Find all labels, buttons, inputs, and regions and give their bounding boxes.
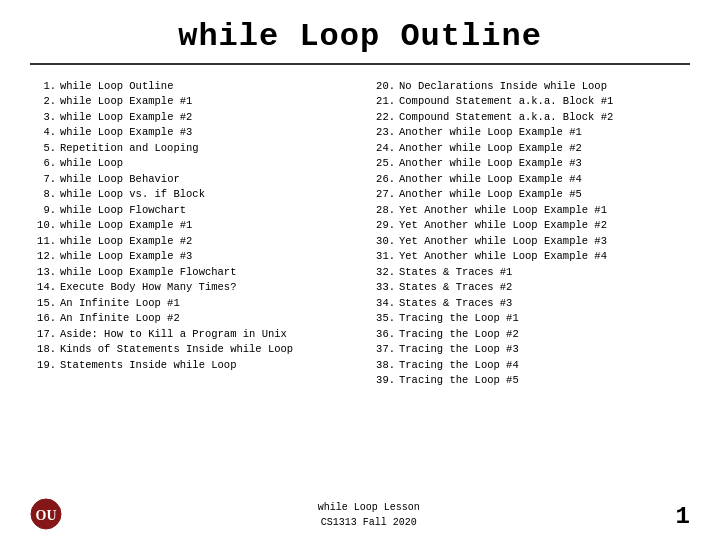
item-num: 27. <box>369 187 395 201</box>
item-num: 23. <box>369 125 395 139</box>
list-item: 18.Kinds of Statements Inside while Loop <box>30 342 351 356</box>
item-label: while Loop Example #3 <box>60 125 351 139</box>
list-item: 19.Statements Inside while Loop <box>30 358 351 372</box>
content-area: 1.while Loop Outline2.while Loop Example… <box>30 79 690 389</box>
svg-text:OU: OU <box>36 508 57 523</box>
item-num: 26. <box>369 172 395 186</box>
item-label: Yet Another while Loop Example #4 <box>399 249 690 263</box>
list-item: 1.while Loop Outline <box>30 79 351 93</box>
list-item: 14.Execute Body How Many Times? <box>30 280 351 294</box>
item-label: An Infinite Loop #1 <box>60 296 351 310</box>
item-label: Execute Body How Many Times? <box>60 280 351 294</box>
list-item: 33.States & Traces #2 <box>369 280 690 294</box>
item-label: Tracing the Loop #1 <box>399 311 690 325</box>
list-item: 39.Tracing the Loop #5 <box>369 373 690 387</box>
item-label: Compound Statement a.k.a. Block #2 <box>399 110 690 124</box>
item-num: 6. <box>30 156 56 170</box>
item-num: 28. <box>369 203 395 217</box>
item-label: No Declarations Inside while Loop <box>399 79 690 93</box>
item-num: 11. <box>30 234 56 248</box>
list-item: 35.Tracing the Loop #1 <box>369 311 690 325</box>
list-item: 37.Tracing the Loop #3 <box>369 342 690 356</box>
item-label: An Infinite Loop #2 <box>60 311 351 325</box>
item-num: 36. <box>369 327 395 341</box>
list-item: 29.Yet Another while Loop Example #2 <box>369 218 690 232</box>
list-item: 4.while Loop Example #3 <box>30 125 351 139</box>
ou-logo: OU <box>30 498 62 530</box>
item-label: Tracing the Loop #5 <box>399 373 690 387</box>
item-num: 29. <box>369 218 395 232</box>
item-label: while Loop Example #3 <box>60 249 351 263</box>
item-num: 33. <box>369 280 395 294</box>
item-label: while Loop Example Flowchart <box>60 265 351 279</box>
item-label: while Loop vs. if Block <box>60 187 351 201</box>
item-num: 22. <box>369 110 395 124</box>
list-item: 25.Another while Loop Example #3 <box>369 156 690 170</box>
list-item: 2.while Loop Example #1 <box>30 94 351 108</box>
item-num: 7. <box>30 172 56 186</box>
item-num: 35. <box>369 311 395 325</box>
item-num: 39. <box>369 373 395 387</box>
item-num: 5. <box>30 141 56 155</box>
list-item: 22.Compound Statement a.k.a. Block #2 <box>369 110 690 124</box>
page-number: 1 <box>676 503 690 530</box>
item-num: 37. <box>369 342 395 356</box>
item-num: 30. <box>369 234 395 248</box>
list-item: 27.Another while Loop Example #5 <box>369 187 690 201</box>
item-num: 13. <box>30 265 56 279</box>
list-item: 9.while Loop Flowchart <box>30 203 351 217</box>
item-num: 19. <box>30 358 56 372</box>
footer-mono-while: while <box>318 502 348 513</box>
item-label: while Loop <box>60 156 351 170</box>
list-item: 38.Tracing the Loop #4 <box>369 358 690 372</box>
footer-lesson-line: while Loop Lesson <box>62 500 676 515</box>
list-item: 16.An Infinite Loop #2 <box>30 311 351 325</box>
item-label: Yet Another while Loop Example #2 <box>399 218 690 232</box>
footer-lesson-rest: Loop Lesson <box>348 502 420 513</box>
footer: OU while Loop Lesson CS1313 Fall 2020 1 <box>0 498 720 530</box>
item-label: while Loop Example #2 <box>60 110 351 124</box>
item-num: 9. <box>30 203 56 217</box>
list-item: 34.States & Traces #3 <box>369 296 690 310</box>
item-label: while Loop Example #1 <box>60 218 351 232</box>
item-num: 32. <box>369 265 395 279</box>
page: while Loop Outline 1.while Loop Outline2… <box>0 0 720 540</box>
list-item: 12.while Loop Example #3 <box>30 249 351 263</box>
item-label: Another while Loop Example #3 <box>399 156 690 170</box>
item-label: while Loop Example #1 <box>60 94 351 108</box>
item-label: States & Traces #1 <box>399 265 690 279</box>
item-num: 18. <box>30 342 56 356</box>
item-num: 2. <box>30 94 56 108</box>
item-label: Statements Inside while Loop <box>60 358 351 372</box>
item-label: Another while Loop Example #1 <box>399 125 690 139</box>
item-label: while Loop Behavior <box>60 172 351 186</box>
title-rest: Loop Outline <box>279 18 542 55</box>
item-label: Another while Loop Example #5 <box>399 187 690 201</box>
item-num: 24. <box>369 141 395 155</box>
list-item: 8.while Loop vs. if Block <box>30 187 351 201</box>
item-num: 10. <box>30 218 56 232</box>
item-label: States & Traces #2 <box>399 280 690 294</box>
item-label: Another while Loop Example #2 <box>399 141 690 155</box>
item-num: 3. <box>30 110 56 124</box>
right-column: 20.No Declarations Inside while Loop21.C… <box>369 79 690 389</box>
list-item: 11.while Loop Example #2 <box>30 234 351 248</box>
item-label: Repetition and Looping <box>60 141 351 155</box>
item-num: 14. <box>30 280 56 294</box>
item-num: 25. <box>369 156 395 170</box>
list-item: 31.Yet Another while Loop Example #4 <box>369 249 690 263</box>
item-num: 12. <box>30 249 56 263</box>
footer-course: CS1313 Fall 2020 <box>62 515 676 530</box>
item-label: while Loop Outline <box>60 79 351 93</box>
item-label: Tracing the Loop #4 <box>399 358 690 372</box>
item-num: 15. <box>30 296 56 310</box>
list-item: 7.while Loop Behavior <box>30 172 351 186</box>
list-item: 20.No Declarations Inside while Loop <box>369 79 690 93</box>
list-item: 3.while Loop Example #2 <box>30 110 351 124</box>
list-item: 36.Tracing the Loop #2 <box>369 327 690 341</box>
item-label: Tracing the Loop #2 <box>399 327 690 341</box>
item-label: while Loop Example #2 <box>60 234 351 248</box>
list-item: 30.Yet Another while Loop Example #3 <box>369 234 690 248</box>
list-item: 32.States & Traces #1 <box>369 265 690 279</box>
list-item: 6.while Loop <box>30 156 351 170</box>
